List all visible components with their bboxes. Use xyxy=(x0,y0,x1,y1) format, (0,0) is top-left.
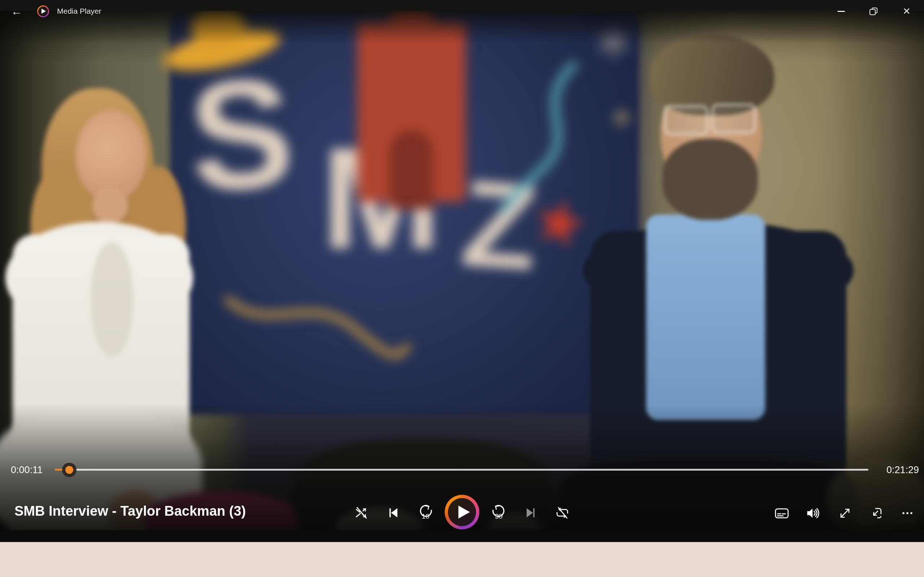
shuffle-off-icon xyxy=(354,505,370,521)
back-arrow-icon: ← xyxy=(11,5,23,18)
fullscreen-icon xyxy=(837,505,853,521)
more-options-button[interactable] xyxy=(899,505,916,521)
play-icon xyxy=(459,506,470,519)
repeat-button[interactable] xyxy=(554,504,571,521)
minimize-icon xyxy=(837,11,845,12)
shuffle-button[interactable] xyxy=(353,504,370,521)
svg-text:10: 10 xyxy=(422,513,429,520)
back-button[interactable]: ← xyxy=(6,3,27,19)
mini-player-button[interactable] xyxy=(868,505,885,521)
media-player-window: S M Z ＊ ✦ xyxy=(0,0,924,542)
play-button[interactable] xyxy=(445,495,479,529)
previous-button[interactable] xyxy=(385,504,402,521)
window-title: Media Player xyxy=(57,7,102,16)
fullscreen-button[interactable] xyxy=(837,505,853,521)
volume-icon xyxy=(805,505,821,521)
skip-back-10-icon: 10 xyxy=(417,503,434,522)
elapsed-time: 0:00:11 xyxy=(11,464,54,475)
close-button[interactable]: ✕ xyxy=(895,3,918,20)
next-button-disabled xyxy=(522,504,539,521)
media-player-app-icon xyxy=(37,5,49,17)
close-icon: ✕ xyxy=(903,6,911,17)
captions-icon xyxy=(774,505,790,521)
next-icon xyxy=(523,505,538,521)
repeat-off-icon xyxy=(554,505,570,521)
volume-button[interactable] xyxy=(805,505,822,521)
video-title: SMB Interview - Taylor Backman (3) xyxy=(15,503,246,519)
restore-icon xyxy=(869,6,878,16)
titlebar: ← Media Player ✕ xyxy=(0,0,924,23)
previous-icon xyxy=(386,505,401,521)
svg-text:30: 30 xyxy=(495,513,502,520)
letterbox-strip xyxy=(0,530,924,542)
captions-button[interactable] xyxy=(774,505,790,521)
total-duration: 0:21:29 xyxy=(872,464,919,475)
more-icon xyxy=(900,505,915,521)
mini-player-icon xyxy=(868,505,884,521)
skip-back-10-button[interactable]: 10 xyxy=(417,503,434,522)
skip-forward-30-icon: 30 xyxy=(490,503,507,522)
seek-bar-thumb[interactable] xyxy=(62,463,76,477)
taskbar: 6 O xyxy=(0,542,924,577)
skip-forward-30-button[interactable]: 30 xyxy=(490,503,507,522)
minimize-button[interactable] xyxy=(829,3,853,20)
restore-button[interactable] xyxy=(862,3,885,20)
seek-bar-track[interactable] xyxy=(55,469,868,471)
